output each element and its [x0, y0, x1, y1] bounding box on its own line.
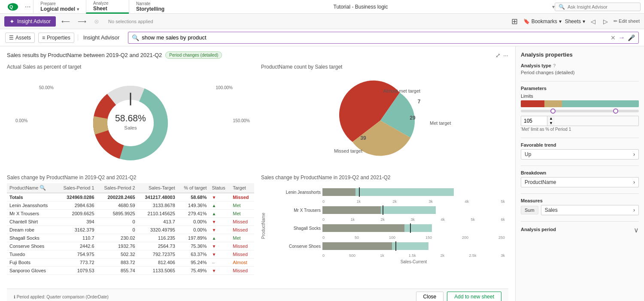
cell-p2: 0: [97, 218, 138, 226]
ask-insight-advisor-searchbox[interactable]: 🔍: [555, 3, 641, 11]
search-icon: 🔍: [559, 4, 565, 10]
cell-status: Missed: [230, 226, 254, 234]
sheets-button[interactable]: Sheets ▾: [565, 18, 585, 24]
bar-chart-title: Sales change by ProductName in 2019-Q2 a…: [261, 175, 508, 181]
breakdown-chevron-icon: ›: [633, 179, 635, 185]
bar-row-4: Conserve Shoes: [269, 241, 505, 251]
divider-2: [521, 138, 639, 138]
nav-analyze[interactable]: Analyze Sheet: [86, 0, 129, 14]
totals-p2: 200228.2465: [97, 193, 138, 202]
y-axis-label-wrap: ProductName: [261, 184, 266, 268]
cell-p1: 754.975: [56, 250, 97, 259]
met-limit-input[interactable]: ▲ ▼: [521, 116, 639, 126]
col-pct-target: % of target: [178, 183, 210, 193]
svg-text:Almost met target: Almost met target: [383, 88, 420, 93]
measure-field-dropdown[interactable]: Sales ›: [541, 205, 639, 215]
search-input-wrap[interactable]: 🔍 ✕ → 🎤: [128, 32, 639, 44]
met-limit-down-button[interactable]: ▼: [547, 121, 555, 126]
totals-status: Missed: [230, 193, 254, 202]
met-limit-value-input[interactable]: [521, 117, 547, 125]
favorable-trend-dropdown[interactable]: Up ›: [521, 149, 639, 160]
bar-green-2: [322, 206, 436, 214]
limits-bar-tan: [544, 100, 562, 107]
nav-prepare[interactable]: Prepare Logical model ▾: [33, 0, 86, 14]
insight-advisor-label: Insight Advisor: [17, 18, 51, 24]
selection-back-button[interactable]: ⟵: [59, 17, 72, 26]
limits-slider-track[interactable]: [521, 110, 639, 112]
clear-selections-button[interactable]: ⊗: [92, 17, 101, 26]
cell-trend: ▼: [209, 226, 230, 234]
donut-label-0pct: 0.00%: [15, 118, 27, 123]
breakdown-section: Breakdown ProductName ›: [521, 170, 639, 187]
qlik-logo[interactable]: Q: [3, 3, 22, 11]
bar-marker-4: [395, 241, 396, 251]
totals-trend: ▼: [209, 193, 230, 202]
totals-p1: 324969.0286: [56, 193, 97, 202]
properties-button[interactable]: ≡ Properties: [38, 33, 74, 43]
cell-p2: 1932.76: [97, 242, 138, 250]
cell-p2: 502.32: [97, 250, 138, 259]
cell-product: Lenin Jeansshorts: [7, 202, 56, 210]
column-search-icon[interactable]: 🔍: [39, 185, 46, 191]
bookmarks-chevron: ▾: [559, 18, 562, 24]
limits-slider-thumb-right[interactable]: [613, 108, 618, 114]
table-row: Conserve Shoes 2442.6 1932.76 2564.73 75…: [7, 242, 254, 250]
parameters-label: Parameters: [521, 86, 639, 91]
cell-product: Mr X Trousers: [7, 210, 56, 218]
expand-button[interactable]: ⤢: [495, 52, 501, 59]
assets-label: Assets: [15, 35, 31, 41]
bar-axis-1: 01k2k3k4k5k: [322, 199, 505, 204]
nav-prepare-label: Prepare: [40, 1, 79, 6]
insight-advisor-button[interactable]: ✦ Insight Advisor: [4, 16, 56, 27]
divider-1: [521, 81, 639, 81]
bookmarks-button[interactable]: 🔖 Bookmarks ▾: [523, 18, 562, 24]
cell-trend: ▼: [209, 267, 230, 275]
bar-axis-3: 050100150200250: [322, 235, 505, 240]
close-button[interactable]: Close: [416, 292, 444, 301]
microphone-button[interactable]: 🎤: [628, 34, 635, 41]
nav-more-icon[interactable]: ···: [22, 3, 33, 11]
divider-4: [521, 193, 639, 194]
cell-product: Sanporoo Gloves: [7, 267, 56, 275]
analysis-period-collapse-button[interactable]: ∨: [634, 226, 639, 234]
cell-p1: 2442.6: [56, 242, 97, 250]
selection-forward-button[interactable]: ⟶: [76, 17, 88, 26]
ask-insight-advisor-input[interactable]: [568, 4, 637, 9]
add-to-new-sheet-button[interactable]: Add to new sheet: [447, 292, 501, 301]
grid-view-button[interactable]: ⊞: [509, 15, 520, 27]
nav-narrate[interactable]: Narrate Storytelling: [129, 0, 172, 14]
cell-target: 1133.5065: [138, 267, 178, 275]
assets-button[interactable]: ☰ Assets: [5, 33, 35, 43]
col-sales-p2: Sales-Period 2: [97, 183, 138, 193]
table-row: Chantell Shirt 394 0 413.7 0.00% ▼ Misse…: [7, 218, 254, 226]
table-row-totals: Totals 324969.0286 200228.2465 341217.48…: [7, 193, 254, 202]
next-sheet-button[interactable]: ▷: [601, 17, 610, 26]
measure-field-value: Sales: [545, 207, 558, 213]
cell-trend: ▼: [209, 242, 230, 250]
more-options-button[interactable]: ···: [503, 52, 508, 59]
measure-aggregation-tag: Sum: [521, 206, 538, 214]
cell-pct: 75.36%: [178, 242, 210, 250]
cell-product: Shagall Socks: [7, 234, 56, 242]
footer: ℹ Period applied: Quarter comparison (Or…: [7, 289, 508, 301]
limits-slider-thumb-left[interactable]: [550, 108, 556, 114]
cell-p2: 855.74: [97, 267, 138, 275]
sales-table-section: Sales change by ProductName in 2019-Q2 a…: [7, 175, 254, 275]
cell-p2: 0: [97, 226, 138, 234]
cell-p2: 4680.59: [97, 202, 138, 210]
bar-chart-with-axis: ProductName Lenin Jeansshorts: [261, 184, 508, 268]
clear-search-button[interactable]: ✕: [611, 34, 616, 41]
edit-sheet-button[interactable]: ✏ Edit sheet: [614, 18, 640, 24]
bar-area-4: [322, 241, 505, 251]
totals-name: Totals: [7, 193, 56, 202]
search-submit-button[interactable]: →: [618, 34, 625, 42]
breakdown-dropdown[interactable]: ProductName ›: [521, 177, 639, 187]
search-input[interactable]: [142, 34, 608, 41]
svg-text:7: 7: [418, 99, 421, 105]
help-icon[interactable]: ?: [553, 63, 556, 68]
prev-sheet-button[interactable]: ◁: [589, 17, 598, 26]
met-limit-up-button[interactable]: ▲: [547, 116, 555, 121]
properties-label: Properties: [47, 35, 70, 41]
sales-table: ProductName 🔍 Sales-Period 1 Sales-Perio…: [7, 183, 254, 275]
donut-chart: 58.68% Sales 0.00% 50.00% 100.00% 150.00…: [7, 73, 254, 168]
